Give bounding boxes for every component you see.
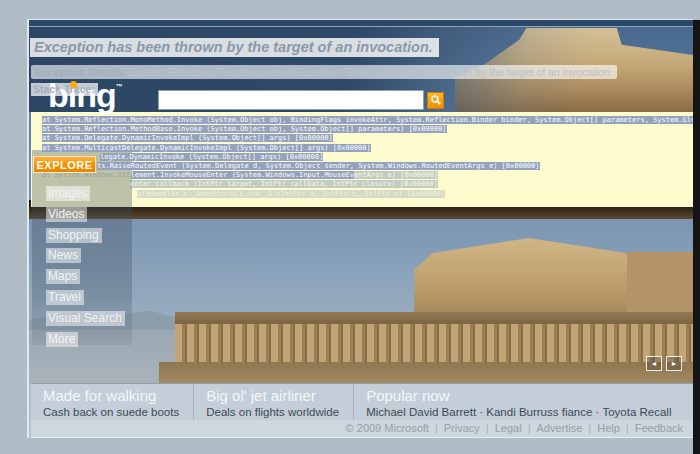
stack-trace-line: at System.Windows.UIElement.InvokeMouseE… bbox=[42, 171, 693, 180]
footer-separator: | bbox=[620, 422, 635, 434]
photo-colonnade bbox=[175, 324, 693, 366]
promo-title[interactable]: Popular now bbox=[366, 387, 671, 404]
footer-separator: | bbox=[582, 422, 597, 434]
sidebar-item-travel[interactable]: Travel bbox=[46, 290, 84, 305]
sidebar-item-news[interactable]: News bbox=[46, 248, 81, 263]
error-heading: Exception has been thrown by the target … bbox=[30, 38, 439, 57]
photo-theater-pediment bbox=[414, 238, 644, 322]
window-edge-strip bbox=[693, 20, 700, 454]
search-button[interactable] bbox=[427, 92, 444, 109]
sidebar-menu-row: Travel bbox=[46, 287, 125, 308]
promo-section: Big ol' jet airlinerDeals on flights wor… bbox=[193, 384, 353, 420]
footer-link-legal[interactable]: Legal bbox=[495, 422, 522, 434]
stack-trace-segment: legate.DynamicInvoke (System.Object[] ar… bbox=[100, 153, 323, 161]
stack-trace-line: at System.MulticastDelegate.DynamicInvok… bbox=[42, 144, 693, 153]
stack-trace-line: at System.Delegate.DynamicInvokeImpl (Sy… bbox=[42, 134, 693, 143]
photo-ground bbox=[159, 362, 693, 383]
gallery-prev-button[interactable]: ◄ bbox=[646, 356, 662, 371]
promo-subtitle[interactable]: Cash back on suede boots bbox=[43, 406, 179, 418]
sidebar-menu-row: Maps bbox=[46, 266, 125, 287]
error-details: Exception Details: System.Reflection.Tar… bbox=[31, 65, 617, 79]
gallery-next-button[interactable]: ► bbox=[666, 356, 682, 371]
photo-entablature bbox=[175, 312, 693, 324]
stack-trace-line: afeHandler.c__AnonStorey1.<>m__2 (IntPtr… bbox=[42, 190, 693, 199]
bottom-promo-bar: Made for walkingCash back on suede boots… bbox=[31, 383, 693, 420]
stack-trace-segment: at System.Delegate.DynamicInvokeImpl (Sy… bbox=[42, 134, 333, 142]
promo-section: Made for walkingCash back on suede boots bbox=[31, 384, 193, 420]
sidebar-menu-row: More bbox=[46, 329, 125, 350]
stack-trace-segment: entArgs e) [0x00000] bbox=[354, 171, 438, 179]
search-magnifier-icon bbox=[430, 92, 442, 110]
stack-trace-segment: at System.Reflection.MonoMethod.Invoke (… bbox=[42, 116, 693, 124]
sidebar-menu-row: News bbox=[46, 245, 125, 266]
sidebar-item-shopping[interactable]: Shopping bbox=[46, 228, 102, 243]
stack-trace-line: enter callback (IntPtr target, IntPtr ca… bbox=[42, 180, 693, 189]
footer-link-help[interactable]: Help bbox=[597, 422, 620, 434]
sidebar-item-images[interactable]: Images bbox=[46, 186, 90, 201]
stack-trace-segment: enter callback (IntPtr target, IntPtr ca… bbox=[130, 180, 438, 188]
stack-trace-line: legate.DynamicInvoke (System.Object[] ar… bbox=[42, 153, 693, 162]
stack-trace-line: at System.Reflection.MonoMethod.Invoke (… bbox=[42, 116, 693, 125]
footer-separator: | bbox=[522, 422, 537, 434]
promo-section: Popular nowMichael David Barrett · Kandi… bbox=[353, 384, 685, 420]
error-details-text: System.Reflection.TargetInvocationExcept… bbox=[126, 66, 613, 78]
sidebar-menu-row: Images bbox=[46, 183, 125, 204]
sidebar-item-visual-search[interactable]: Visual Search bbox=[46, 311, 125, 326]
explore-button[interactable]: EXPLORE bbox=[33, 156, 96, 173]
sidebar-item-maps[interactable]: Maps bbox=[46, 269, 80, 284]
stack-trace-segment: at System.MulticastDelegate.DynamicInvok… bbox=[42, 144, 371, 152]
stack-trace-line: ts.RaiseRoutedEvent (System.Delegate d, … bbox=[42, 162, 693, 171]
stack-trace-segment: afeHandler.c__AnonStorey1.<>m__2 (IntPtr… bbox=[137, 190, 445, 198]
stack-trace-line: at System.Reflection.MethodBase.Invoke (… bbox=[42, 125, 693, 134]
promo-title[interactable]: Made for walking bbox=[43, 387, 179, 404]
footer-link-privacy[interactable]: Privacy bbox=[444, 422, 480, 434]
copyright-text: © 2009 Microsoft bbox=[346, 422, 429, 434]
footer-link-feedback[interactable]: Feedback bbox=[635, 422, 683, 434]
page-content: Exception has been thrown by the target … bbox=[27, 19, 693, 438]
bing-homepage-with-error: Exception has been thrown by the target … bbox=[0, 0, 700, 454]
promo-title[interactable]: Big ol' jet airliner bbox=[206, 387, 339, 404]
search-input[interactable] bbox=[158, 90, 424, 110]
sidebar-menu-row: Visual Search bbox=[46, 308, 125, 329]
stack-trace: at System.Reflection.MonoMethod.Invoke (… bbox=[42, 116, 693, 199]
footer-separator: | bbox=[429, 422, 444, 434]
stack-trace-segment: at System.Reflection.MethodBase.Invoke (… bbox=[42, 125, 447, 133]
top-bar bbox=[29, 20, 693, 27]
trademark-symbol: ™ bbox=[116, 83, 123, 90]
promo-subtitle[interactable]: Michael David Barrett · Kandi Burruss fi… bbox=[366, 406, 671, 418]
sidebar-item-videos[interactable]: Videos bbox=[46, 207, 87, 222]
sidebar-menu-row: Shopping bbox=[46, 225, 125, 246]
bing-logo-orange-dot bbox=[70, 81, 77, 88]
stack-trace-segment: lement.InvokeMouseEnter (System.Windows.… bbox=[131, 171, 354, 179]
sidebar-menu: ImagesVideosShoppingNewsMapsTravelVisual… bbox=[46, 183, 125, 349]
footer-link-advertise[interactable]: Advertise bbox=[536, 422, 582, 434]
footer: © 2009 Microsoft|Privacy|Legal|Advertise… bbox=[31, 420, 693, 438]
promo-subtitle[interactable]: Deals on flights worldwide bbox=[206, 406, 339, 418]
stack-trace-segment: ts.RaiseRoutedEvent (System.Delegate d, … bbox=[97, 162, 540, 170]
footer-separator: | bbox=[480, 422, 495, 434]
sidebar-item-more[interactable]: More bbox=[46, 332, 78, 347]
stack-trace-label: Stack Trace: bbox=[31, 83, 98, 96]
sidebar-menu-row: Videos bbox=[46, 204, 125, 225]
